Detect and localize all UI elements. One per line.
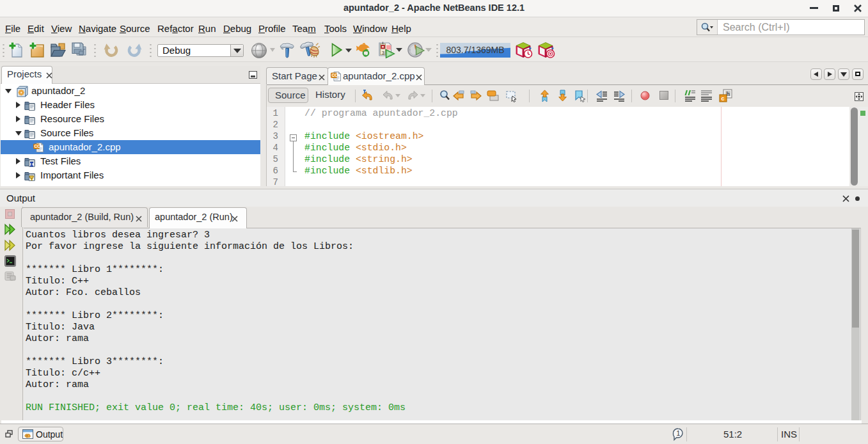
svg-text:CC: CC xyxy=(332,73,338,77)
svg-text:c: c xyxy=(722,95,725,102)
svg-text:CC: CC xyxy=(35,144,41,148)
svg-text:3: 3 xyxy=(382,50,385,56)
svg-text:1: 1 xyxy=(677,429,681,437)
